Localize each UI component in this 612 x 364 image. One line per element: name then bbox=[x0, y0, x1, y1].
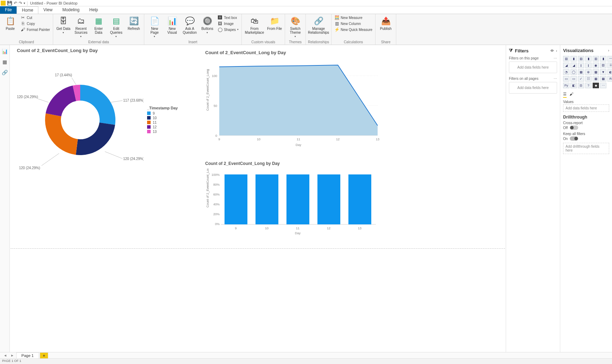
enter-data-button[interactable]: ▦Enter Data bbox=[90, 15, 107, 36]
quick-access-toolbar: 💾 ↶ ↷ ▾ | bbox=[7, 1, 28, 6]
cut-icon: ✂ bbox=[20, 15, 25, 20]
question-icon: 💬 bbox=[185, 16, 195, 26]
chart-icon: 📊 bbox=[167, 16, 177, 26]
new-quick-measure-button[interactable]: ⚡New Quick Measure bbox=[334, 27, 373, 32]
group-label-calculations: Calculations bbox=[334, 39, 373, 45]
group-label-themes: Themes bbox=[287, 39, 303, 45]
window-title: Untitled - Power BI Desktop bbox=[30, 1, 77, 5]
tab-help[interactable]: Help bbox=[84, 6, 103, 14]
new-visual-button[interactable]: 📊New Visual bbox=[164, 15, 180, 36]
shapes-icon: ◯ bbox=[217, 27, 222, 32]
edit-icon: ▤ bbox=[111, 16, 121, 26]
tab-file[interactable]: File bbox=[0, 6, 17, 14]
manage-relationships-button[interactable]: 🔗Manage Relationships bbox=[308, 15, 329, 36]
redo-icon[interactable]: ↷ bbox=[19, 1, 22, 6]
shapes-button[interactable]: ◯Shapes ▾ bbox=[217, 27, 239, 32]
copy-icon: ⎘ bbox=[20, 21, 25, 26]
edit-queries-button[interactable]: ▤Edit Queries▾ bbox=[108, 15, 124, 39]
relationships-icon: 🔗 bbox=[314, 16, 323, 26]
app-icon bbox=[1, 1, 6, 6]
undo-icon[interactable]: ↶ bbox=[14, 1, 17, 6]
group-label-insert: Insert bbox=[146, 39, 239, 45]
column-icon: ▥ bbox=[334, 21, 339, 26]
publish-icon: 📤 bbox=[381, 16, 391, 26]
group-label-relationships: Relationships bbox=[308, 39, 329, 45]
buttons-icon: 🔘 bbox=[202, 16, 212, 26]
copy-button[interactable]: ⎘Copy bbox=[20, 21, 51, 26]
page-icon: 📄 bbox=[150, 16, 159, 26]
tab-modeling[interactable]: Modeling bbox=[57, 6, 84, 14]
ask-question-button[interactable]: 💬Ask A Question bbox=[182, 15, 198, 36]
title-bar: 💾 ↶ ↷ ▾ | Untitled - Power BI Desktop bbox=[0, 0, 612, 6]
from-marketplace-button[interactable]: 🛍From Marketplace bbox=[244, 15, 265, 36]
cut-button[interactable]: ✂Cut bbox=[20, 15, 51, 20]
tab-home[interactable]: Home bbox=[17, 6, 38, 14]
marketplace-icon: 🛍 bbox=[250, 16, 259, 26]
new-column-button[interactable]: ▥New Column bbox=[334, 21, 373, 26]
image-icon: 🖼 bbox=[217, 21, 222, 26]
group-label-external: External data bbox=[55, 39, 142, 45]
recent-sources-button[interactable]: 🗂Recent Sources▾ bbox=[73, 15, 89, 39]
format-painter-button[interactable]: 🖌Format Painter bbox=[20, 27, 51, 32]
group-label-share: Share bbox=[378, 39, 394, 45]
group-label-clipboard: Clipboard bbox=[2, 39, 51, 45]
brush-icon: 🖌 bbox=[20, 27, 25, 32]
image-button[interactable]: 🖼Image bbox=[217, 21, 239, 26]
refresh-icon: 🔄 bbox=[129, 16, 139, 26]
save-icon[interactable]: 💾 bbox=[7, 1, 12, 6]
new-measure-button[interactable]: 🧮New Measure bbox=[334, 15, 373, 20]
group-label-custom: Custom visuals bbox=[244, 39, 283, 45]
paste-button[interactable]: 📋Paste bbox=[2, 15, 18, 32]
new-page-button[interactable]: 📄New Page▾ bbox=[146, 15, 163, 39]
get-data-button[interactable]: 🗄Get Data▾ bbox=[55, 15, 71, 36]
measure-icon: 🧮 bbox=[334, 15, 339, 20]
ribbon: 📋Paste ✂Cut ⎘Copy 🖌Format Painter Clipbo… bbox=[0, 14, 612, 45]
paste-icon: 📋 bbox=[5, 16, 15, 26]
tab-view[interactable]: View bbox=[38, 6, 57, 14]
qat-dropdown-icon[interactable]: ▾ bbox=[24, 1, 25, 5]
from-file-button[interactable]: 📁From File bbox=[266, 15, 283, 32]
textbox-button[interactable]: 🅰Text box bbox=[217, 15, 239, 20]
file-icon: 📁 bbox=[270, 16, 279, 26]
publish-button[interactable]: 📤Publish bbox=[378, 15, 394, 32]
textbox-icon: 🅰 bbox=[217, 15, 222, 20]
buttons-button[interactable]: 🔘Buttons▾ bbox=[199, 15, 215, 36]
refresh-button[interactable]: 🔄Refresh bbox=[126, 15, 142, 32]
table-icon: ▦ bbox=[94, 16, 103, 26]
theme-icon: 🎨 bbox=[290, 16, 300, 26]
get-data-icon: 🗄 bbox=[58, 16, 68, 26]
menu-bar: File Home View Modeling Help bbox=[0, 6, 612, 14]
switch-theme-button[interactable]: 🎨Switch Theme▾ bbox=[287, 15, 303, 39]
quick-icon: ⚡ bbox=[334, 27, 339, 32]
recent-icon: 🗂 bbox=[76, 16, 86, 26]
